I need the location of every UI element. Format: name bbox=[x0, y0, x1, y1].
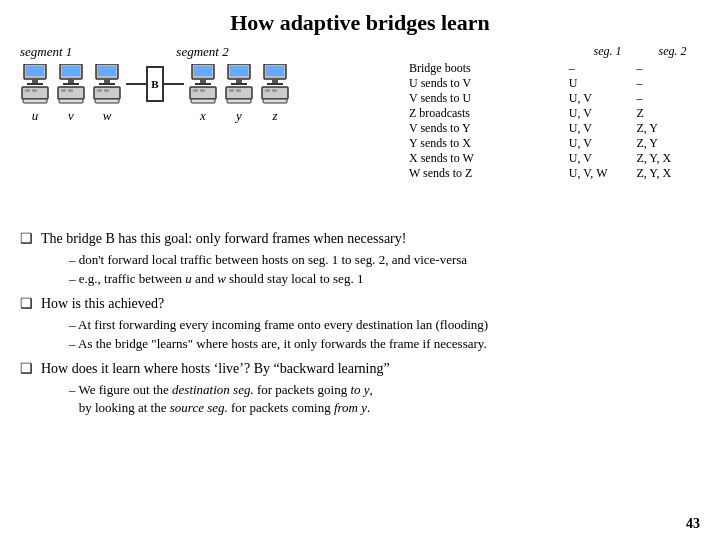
svg-rect-1 bbox=[26, 66, 44, 76]
table-row: X sends to WU, VZ, Y, X bbox=[405, 151, 700, 166]
event-cell: Y sends to X bbox=[405, 136, 565, 151]
computer-w-icon bbox=[92, 64, 122, 106]
var-w: w bbox=[92, 108, 122, 124]
svg-rect-2 bbox=[32, 79, 38, 83]
table-row: W sends to ZU, V, WZ, Y, X bbox=[405, 166, 700, 181]
bullet-symbol: ❑ bbox=[20, 230, 33, 247]
wire-right bbox=[164, 83, 184, 85]
sub-bullet: – We figure out the destination seg. for… bbox=[69, 381, 390, 417]
bullet-item: ❑How does it learn where hosts ‘live’? B… bbox=[20, 359, 700, 419]
sub-bullet: As the bridge "learns" where hosts are, … bbox=[69, 335, 488, 353]
sub-bullet: – e.g., traffic between u and w should s… bbox=[69, 270, 467, 288]
svg-rect-17 bbox=[98, 66, 116, 76]
seg2-cell: – bbox=[632, 91, 700, 106]
seg1-cell: U, V bbox=[565, 136, 633, 151]
svg-rect-33 bbox=[230, 66, 248, 76]
sub-bullets: don't forward local traffic between host… bbox=[69, 251, 467, 288]
table-row: V sends to YU, VZ, Y bbox=[405, 121, 700, 136]
table-row: Bridge boots–– bbox=[405, 61, 700, 76]
seg2-label: segment 2 bbox=[176, 44, 228, 60]
computer-v-icon bbox=[56, 64, 86, 106]
svg-rect-21 bbox=[97, 89, 102, 92]
svg-rect-18 bbox=[104, 79, 110, 83]
seg1-cell: U, V bbox=[565, 91, 633, 106]
bridge-label: B bbox=[151, 78, 158, 90]
seg2-cell: Z, Y bbox=[632, 136, 700, 151]
sub-bullet: don't forward local traffic between host… bbox=[69, 251, 467, 269]
svg-rect-9 bbox=[62, 66, 80, 76]
svg-rect-12 bbox=[58, 87, 84, 99]
svg-rect-11 bbox=[63, 83, 79, 85]
bullet-main-text: The bridge B has this goal: only forward… bbox=[41, 231, 406, 246]
seg2-header: seg. 2 bbox=[645, 44, 700, 59]
svg-rect-38 bbox=[236, 89, 241, 92]
svg-rect-28 bbox=[190, 87, 216, 99]
svg-rect-41 bbox=[266, 66, 284, 76]
svg-rect-25 bbox=[194, 66, 212, 76]
seg1-header: seg. 1 bbox=[580, 44, 635, 59]
bullet-symbol: ❑ bbox=[20, 295, 33, 312]
computer-y-icon bbox=[224, 64, 254, 106]
svg-rect-39 bbox=[227, 99, 251, 103]
seg1-computers bbox=[20, 64, 122, 106]
svg-rect-47 bbox=[263, 99, 287, 103]
svg-rect-27 bbox=[195, 83, 211, 85]
svg-rect-4 bbox=[22, 87, 48, 99]
svg-rect-46 bbox=[272, 89, 277, 92]
seg1-cell: U bbox=[565, 76, 633, 91]
page-number: 43 bbox=[686, 516, 700, 532]
svg-rect-30 bbox=[200, 89, 205, 92]
svg-rect-36 bbox=[226, 87, 252, 99]
top-section: segment 1 segment 2 bbox=[20, 44, 700, 219]
svg-rect-26 bbox=[200, 79, 206, 83]
var-x: x bbox=[188, 108, 218, 124]
seg2-var-labels: x y z bbox=[188, 108, 290, 124]
bridge-box: B bbox=[146, 66, 164, 102]
var-y: y bbox=[224, 108, 254, 124]
seg2-cell: Z, Y, X bbox=[632, 166, 700, 181]
page-title: How adaptive bridges learn bbox=[20, 10, 700, 36]
var-u: u bbox=[20, 108, 50, 124]
sub-bullets: – We figure out the destination seg. for… bbox=[69, 381, 390, 417]
seg1-cell: – bbox=[565, 61, 633, 76]
event-cell: X sends to W bbox=[405, 151, 565, 166]
diagram-area: segment 1 segment 2 bbox=[20, 44, 400, 219]
seg1-cell: U, V bbox=[565, 151, 633, 166]
bullet-main-text: How does it learn where hosts ‘live’? By… bbox=[41, 361, 390, 376]
seg1-cell: U, V bbox=[565, 106, 633, 121]
computer-u-icon bbox=[20, 64, 50, 106]
seg2-cell: – bbox=[632, 76, 700, 91]
svg-rect-45 bbox=[265, 89, 270, 92]
svg-rect-43 bbox=[267, 83, 283, 85]
event-cell: Bridge boots bbox=[405, 61, 565, 76]
bullet-main-text: How is this achieved? bbox=[41, 296, 164, 311]
sub-bullets: At first forwarding every incoming frame… bbox=[69, 316, 488, 353]
svg-rect-13 bbox=[61, 89, 66, 92]
network-row: u v w B bbox=[20, 64, 400, 124]
computer-x-icon bbox=[188, 64, 218, 106]
svg-rect-15 bbox=[59, 99, 83, 103]
bullet-symbol: ❑ bbox=[20, 360, 33, 377]
bridge-table: Bridge boots––U sends to VU–V sends to U… bbox=[405, 61, 700, 181]
seg-header-row: seg. 1 seg. 2 bbox=[405, 44, 700, 59]
svg-rect-3 bbox=[27, 83, 43, 85]
seg2-cell: Z bbox=[632, 106, 700, 121]
svg-rect-10 bbox=[68, 79, 74, 83]
event-cell: V sends to Y bbox=[405, 121, 565, 136]
svg-rect-23 bbox=[95, 99, 119, 103]
event-cell: V sends to U bbox=[405, 91, 565, 106]
seg1-var-labels: u v w bbox=[20, 108, 122, 124]
seg2-cell: – bbox=[632, 61, 700, 76]
seg1-cell: U, V, W bbox=[565, 166, 633, 181]
var-z: z bbox=[260, 108, 290, 124]
svg-rect-5 bbox=[25, 89, 30, 92]
computer-z-icon bbox=[260, 64, 290, 106]
svg-rect-29 bbox=[193, 89, 198, 92]
svg-rect-44 bbox=[262, 87, 288, 99]
svg-rect-35 bbox=[231, 83, 247, 85]
table-row: U sends to VU– bbox=[405, 76, 700, 91]
svg-rect-7 bbox=[23, 99, 47, 103]
svg-rect-37 bbox=[229, 89, 234, 92]
seg1-cell: U, V bbox=[565, 121, 633, 136]
seg1-label: segment 1 bbox=[20, 44, 72, 60]
